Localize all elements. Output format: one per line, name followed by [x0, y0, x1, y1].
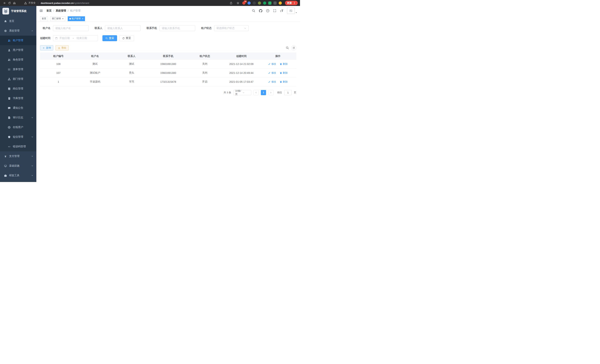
sidebar-item-home[interactable]: 首页 — [0, 16, 36, 26]
sidebar-item-post[interactable]: 岗位管理 — [0, 84, 36, 93]
tenant-status-select[interactable]: 请选择租户状态 — [214, 25, 249, 31]
share-icon[interactable] — [229, 0, 233, 5]
date-end-placeholder: 结束日期 — [77, 37, 87, 40]
sidebar-item-online-user[interactable]: 在线用户 — [0, 122, 36, 132]
delete-link[interactable]: 删除 — [280, 80, 288, 84]
table-row: 108 测试 测试 15601691300 关闭 2021-12-14 21:0… — [40, 60, 296, 68]
close-icon[interactable]: × — [62, 18, 64, 20]
sidebar-item-tenant[interactable]: 租户管理 — [0, 36, 36, 45]
extension-icon[interactable] — [253, 1, 256, 5]
sidebar-item-system[interactable]: 系统管理 — [0, 26, 36, 36]
chevron-down-icon — [31, 155, 33, 157]
cell-contact: 测试 — [113, 60, 150, 68]
fullscreen-icon[interactable] — [273, 9, 276, 12]
browser-back-icon[interactable] — [2, 0, 7, 5]
goto-label: 前往 — [277, 91, 282, 94]
col-tenant-name: 租户名 — [77, 53, 113, 60]
goto-page-input[interactable] — [284, 90, 292, 95]
add-button[interactable]: 新增 — [40, 45, 53, 50]
browser-reload-icon[interactable] — [7, 0, 12, 5]
sidebar-item-menu[interactable]: 菜单管理 — [0, 65, 36, 74]
help-icon[interactable] — [266, 9, 269, 12]
create-time-range-picker[interactable]: 开始日期 - 结束日期 — [53, 35, 98, 41]
yen-icon: ¥ — [4, 155, 7, 158]
filter-tenant-name: 租户名 — [40, 25, 89, 31]
tab-dept[interactable]: 部门管理 × — [50, 16, 65, 21]
app-logo[interactable]: 芋道管理系统 — [0, 6, 36, 16]
sidebar-item-payment[interactable]: ¥ 支付管理 — [0, 151, 36, 161]
tenant-name-input[interactable] — [53, 25, 89, 31]
breadcrumb-section[interactable]: 系统管理 — [56, 9, 66, 12]
filter-row-1: 租户名 联系人 联系手机 租户状态 请选择租户状态 — [40, 25, 296, 31]
cell-created: 2021-12-14 21:02:09 — [223, 60, 260, 68]
page-1-button[interactable]: 1 — [261, 90, 266, 95]
breadcrumb-home[interactable]: 首页 — [46, 9, 52, 12]
date-start-placeholder: 开始日期 — [59, 37, 70, 40]
reset-button[interactable]: 重置 — [119, 35, 134, 41]
edit-link[interactable]: 修改 — [268, 62, 276, 66]
sidebar-item-audit-log[interactable]: 审计日志 — [0, 113, 36, 122]
hamburger-icon[interactable] — [39, 9, 43, 13]
contact-input[interactable] — [105, 25, 141, 31]
user-avatar[interactable]: ▼ — [287, 8, 297, 14]
edit-link[interactable]: 修改 — [268, 71, 276, 75]
puzzle-extension-icon[interactable] — [273, 1, 277, 5]
sidebar-item-error-code[interactable]: 错误码管理 — [0, 142, 36, 151]
tab-label: 首页 — [42, 17, 46, 20]
table-toolbar: 新增 导出 — [40, 45, 296, 50]
sidebar-item-user[interactable]: 用户管理 — [0, 45, 36, 55]
extension-icon[interactable] — [279, 1, 282, 5]
prev-page-button[interactable] — [253, 90, 259, 95]
cell-tenant-name: 测试 — [77, 60, 113, 68]
search-icon[interactable] — [252, 9, 255, 12]
sidebar-item-dev-tools[interactable]: 研发工具 — [0, 171, 36, 180]
bookmark-star-icon[interactable] — [235, 0, 240, 5]
extension-icon[interactable] — [258, 1, 261, 5]
browser-home-icon[interactable] — [12, 0, 17, 5]
app-title: 芋道管理系统 — [11, 9, 27, 13]
sidebar-item-infra[interactable]: 基础设施 — [0, 161, 36, 171]
browser-update-button[interactable]: 更新 ⋮ — [285, 1, 298, 5]
trash-icon — [280, 63, 282, 65]
col-phone: 联系手机 — [150, 53, 187, 60]
sidebar-item-notice[interactable]: 通知公告 — [0, 103, 36, 113]
edit-link[interactable]: 修改 — [268, 80, 276, 84]
kebab-menu-icon[interactable]: ⋮ — [293, 2, 296, 4]
search-icon — [105, 37, 108, 39]
font-size-icon[interactable]: TT — [280, 9, 283, 12]
security-label[interactable]: 不安全 — [28, 1, 36, 5]
close-icon[interactable]: × — [82, 18, 84, 20]
table-header-row: 租户编号 租户名 联系人 联系手机 租户状态 创建时间 操作 — [40, 53, 296, 60]
github-icon[interactable] — [259, 9, 262, 12]
menu-label: 角色管理 — [13, 58, 23, 61]
chevron-right-icon — [270, 92, 272, 94]
breadcrumb-separator: / — [53, 9, 54, 12]
toggle-search-icon[interactable] — [286, 46, 289, 49]
sidebar-item-sms[interactable]: 短信管理 — [0, 132, 36, 142]
extension-icon[interactable] — [263, 1, 266, 5]
delete-link[interactable]: 删除 — [280, 62, 288, 66]
col-status: 租户状态 — [187, 53, 223, 60]
delete-link[interactable]: 删除 — [280, 71, 288, 75]
date-range-separator: - — [73, 37, 74, 40]
tab-home[interactable]: 首页 — [40, 16, 48, 21]
next-page-button[interactable] — [268, 90, 273, 95]
extension-icon[interactable] — [268, 1, 272, 5]
phone-input[interactable] — [159, 25, 195, 31]
refresh-table-icon[interactable] — [291, 46, 296, 50]
tab-tenant[interactable]: 租户管理 × — [68, 16, 85, 21]
role-users-icon — [8, 58, 10, 61]
edit-icon — [268, 81, 271, 83]
sidebar-item-role[interactable]: 角色管理 — [0, 55, 36, 65]
cell-tenant-id: 108 — [40, 60, 77, 68]
extension-icon[interactable]: 10 — [242, 1, 245, 5]
sidebar-item-dept[interactable]: 部门管理 — [0, 74, 36, 84]
page-size-select[interactable]: 10条/页 — [233, 90, 251, 95]
extension-icon[interactable] — [247, 1, 251, 5]
export-button[interactable]: 导出 — [56, 45, 69, 50]
breadcrumb-current: 租户管理 — [70, 9, 81, 12]
sidebar-item-dict[interactable]: 字典管理 — [0, 93, 36, 103]
sidebar: 芋道管理系统 首页 系统管理 租户管理 用户管理 角色管理 — [0, 6, 36, 182]
address-bar[interactable]: 不安全 | dashboard.yudao.iocoder.cn/system/… — [24, 1, 229, 5]
search-button[interactable]: 搜索 — [103, 35, 117, 41]
